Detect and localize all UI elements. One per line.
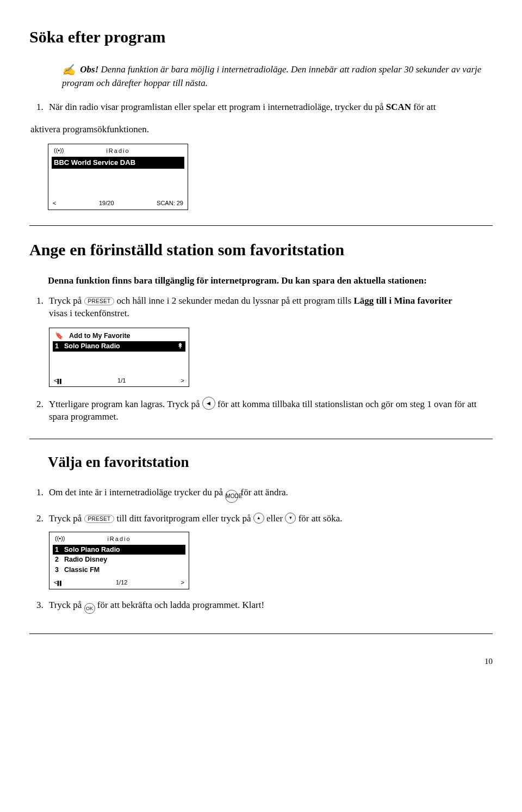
text: visas i teckenfönstret.: [49, 307, 493, 320]
lcd-row-3: 3 Classic FM: [53, 565, 185, 575]
antenna-icon: ((•)): [55, 534, 65, 543]
steps-section3: Om det inte är i internetradioläge tryck…: [30, 487, 493, 614]
divider: [29, 633, 493, 634]
divider: [29, 225, 493, 226]
lcd-station: BBC World Service DAB: [54, 158, 135, 168]
text: När din radio visar programlistan eller …: [49, 102, 386, 112]
lcd-page: 1/1: [63, 377, 181, 385]
pause-icon: [57, 579, 62, 587]
text: för att: [411, 102, 436, 112]
text: eller: [264, 513, 285, 524]
text: Ytterligare program kan lagras. Tryck på: [49, 399, 202, 409]
ok-button-icon: OK: [84, 603, 95, 614]
lcd-display-3: ((•)) iRadio 1 Solo Piano Radio 2 Radio …: [49, 532, 189, 589]
note-text: Denna funktion är bara möjlig i internet…: [62, 64, 481, 88]
up-arrow-icon: ↟: [177, 342, 183, 351]
lcd-highlight-row: BBC World Service DAB: [52, 157, 184, 169]
scan-label: SCAN: [386, 102, 411, 112]
lcd-scan: SCAN: 29: [157, 199, 183, 207]
up-button-icon: [253, 513, 264, 524]
preset-button-icon: PRESET: [84, 515, 115, 523]
text: Om det inte är i internetradioläge tryck…: [49, 487, 225, 497]
step-1: Om det inte är i internetradioläge tryck…: [46, 487, 493, 503]
lcd-row-1: 1 Solo Piano Radio ↟: [53, 341, 185, 352]
step-1-cont: aktivera programsökfunktionen.: [30, 124, 493, 136]
text: Tryck på: [49, 600, 84, 610]
lcd-row-2: 2 Radio Disney: [53, 555, 185, 565]
text: Tryck på: [49, 296, 84, 306]
station: Radio Disney: [64, 555, 107, 564]
section2-intro: Denna funktion finns bara tillgänglig fö…: [48, 275, 493, 287]
station: Solo Piano Radio: [64, 545, 120, 555]
page-number: 10: [29, 656, 493, 667]
text: till ditt favoritprogram eller tryck på: [114, 513, 253, 524]
note-prefix: Obs!: [80, 64, 98, 75]
lcd-display-1: ((•)) iRadio BBC World Service DAB < 19/…: [48, 144, 188, 210]
num: 1: [55, 342, 59, 351]
lcd-top: ((•)) iRadio: [53, 535, 185, 543]
step-1: När din radio visar programlistan eller …: [46, 101, 493, 114]
text: för att söka.: [296, 513, 342, 524]
pause-icon: [57, 377, 62, 385]
lcd-add-fav: Add to My Favorite: [69, 331, 130, 341]
antenna-icon: ((•)): [54, 146, 64, 155]
text: och håll inne i 2 sekunder medan du lyss…: [114, 296, 353, 306]
text: för att bekräfta och ladda programmet. K…: [95, 600, 265, 610]
step-3: Tryck på OK för att bekräfta och ladda p…: [46, 599, 493, 614]
lcd-title-row: 🔖 Add to My Favorite: [53, 331, 185, 341]
lcd-page: 1/12: [63, 579, 181, 587]
lcd-bottombar: < 19/20 SCAN: 29: [52, 198, 184, 207]
lcd-row-1: 1 Solo Piano Radio: [53, 545, 185, 555]
heading-favorite-preset: Ange en förinställd station som favorits…: [29, 239, 493, 261]
lcd-right: >: [181, 579, 184, 587]
preset-button-icon: PRESET: [84, 297, 115, 305]
left-button-icon: [202, 397, 215, 410]
heading-select-favorite: Välja en favoritstation: [48, 452, 493, 472]
steps-section1: När din radio visar programlistan eller …: [30, 101, 493, 114]
steps-section2: Tryck på PRESET och håll inne i 2 sekund…: [30, 295, 493, 423]
num: 3: [55, 565, 59, 575]
lcd-top: ((•)) iRadio: [52, 147, 184, 155]
text: för att ändra.: [238, 487, 288, 497]
heading-search-programs: Söka efter program: [29, 26, 493, 48]
down-button-icon: [285, 513, 296, 524]
text: Tryck på: [49, 513, 84, 524]
step-1: Tryck på PRESET och håll inne i 2 sekund…: [46, 295, 493, 387]
divider: [29, 439, 493, 439]
hand-icon: ✍: [62, 63, 76, 77]
bold-phrase: Lägg till i Mina favoriter: [353, 296, 452, 306]
bookmark-icon: 🔖: [55, 331, 64, 341]
lcd-page: 19/20: [56, 199, 157, 207]
station: Solo Piano Radio: [64, 342, 172, 351]
lcd-display-2: 🔖 Add to My Favorite 1 Solo Piano Radio …: [49, 328, 189, 387]
note-block: ✍ Obs! Denna funktion är bara möjlig i i…: [62, 63, 493, 90]
lcd-bottombar: < 1/12 >: [53, 577, 185, 587]
lcd-right: >: [181, 377, 184, 385]
step-2: Ytterligare program kan lagras. Tryck på…: [46, 397, 493, 423]
num: 2: [55, 555, 59, 564]
mode-button-icon: MODE: [225, 490, 238, 503]
lcd-bottombar: < 1/1 >: [53, 376, 185, 385]
num: 1: [55, 545, 59, 555]
lcd-brand: iRadio: [106, 147, 129, 154]
station: Classic FM: [64, 565, 100, 575]
lcd-brand: iRadio: [107, 536, 130, 542]
step-2: Tryck på PRESET till ditt favoritprogram…: [46, 513, 493, 589]
